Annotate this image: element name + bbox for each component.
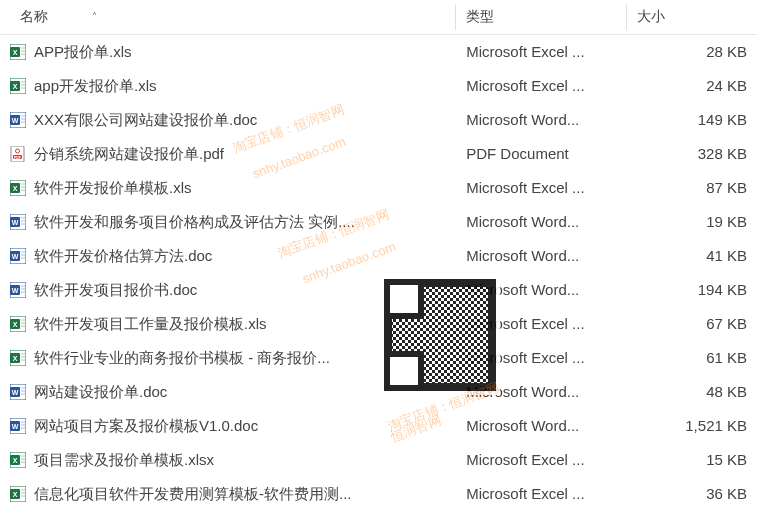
file-name-cell[interactable]: 网站建设报价单.doc xyxy=(0,375,456,409)
file-size-cell: 328 KB xyxy=(627,137,757,171)
file-type-cell: Microsoft Excel ... xyxy=(456,477,626,511)
column-header-name-label: 名称 xyxy=(20,8,48,24)
file-type-cell: Microsoft Excel ... xyxy=(456,443,626,477)
xls-file-icon xyxy=(10,350,26,366)
xls-file-icon xyxy=(10,78,26,94)
xlsx-file-icon xyxy=(10,452,26,468)
file-name-label: 软件开发和服务项目价格构成及评估方法 实例.... xyxy=(34,213,355,230)
file-row[interactable]: XXX有限公司网站建设报价单.docMicrosoft Word...149 K… xyxy=(0,103,757,137)
file-name-cell[interactable]: APP报价单.xls xyxy=(0,35,456,70)
file-name-label: 项目需求及报价单模板.xlsx xyxy=(34,451,214,468)
file-name-label: 分销系统网站建设报价单.pdf xyxy=(34,145,224,162)
file-size-cell: 24 KB xyxy=(627,69,757,103)
file-row[interactable]: 项目需求及报价单模板.xlsxMicrosoft Excel ...15 KB xyxy=(0,443,757,477)
file-size-cell: 36 KB xyxy=(627,477,757,511)
file-type-cell: Microsoft Excel ... xyxy=(456,307,626,341)
file-name-label: 网站项目方案及报价模板V1.0.doc xyxy=(34,417,258,434)
file-row[interactable]: 软件开发项目报价书.docMicrosoft Word...194 KB xyxy=(0,273,757,307)
file-size-cell: 41 KB xyxy=(627,239,757,273)
doc-file-icon xyxy=(10,418,26,434)
file-type-cell: Microsoft Word... xyxy=(456,273,626,307)
file-row[interactable]: 软件开发报价单模板.xlsMicrosoft Excel ...87 KB xyxy=(0,171,757,205)
file-row[interactable]: 信息化项目软件开发费用测算模板-软件费用测...Microsoft Excel … xyxy=(0,477,757,511)
file-row[interactable]: 软件行业专业的商务报价书模板 - 商务报价...Microsoft Excel … xyxy=(0,341,757,375)
file-size-cell: 67 KB xyxy=(627,307,757,341)
file-name-label: 软件行业专业的商务报价书模板 - 商务报价... xyxy=(34,349,330,366)
file-name-label: XXX有限公司网站建设报价单.doc xyxy=(34,111,257,128)
xls-file-icon xyxy=(10,486,26,502)
file-row[interactable]: APP报价单.xlsMicrosoft Excel ...28 KB xyxy=(0,35,757,70)
file-name-label: 软件开发价格估算方法.doc xyxy=(34,247,212,264)
file-name-cell[interactable]: 软件行业专业的商务报价书模板 - 商务报价... xyxy=(0,341,456,375)
file-name-label: 软件开发报价单模板.xls xyxy=(34,179,192,196)
file-name-cell[interactable]: 软件开发报价单模板.xls xyxy=(0,171,456,205)
file-name-cell[interactable]: 软件开发和服务项目价格构成及评估方法 实例.... xyxy=(0,205,456,239)
file-name-cell[interactable]: 软件开发项目报价书.doc xyxy=(0,273,456,307)
file-row[interactable]: 软件开发价格估算方法.docMicrosoft Word...41 KB xyxy=(0,239,757,273)
file-name-label: app开发报价单.xls xyxy=(34,77,157,94)
file-name-cell[interactable]: app开发报价单.xls xyxy=(0,69,456,103)
file-type-cell: Microsoft Word... xyxy=(456,205,626,239)
column-header-size-label: 大小 xyxy=(637,8,665,24)
xls-file-icon xyxy=(10,180,26,196)
file-row[interactable]: 软件开发项目工作量及报价模板.xlsMicrosoft Excel ...67 … xyxy=(0,307,757,341)
file-type-cell: Microsoft Word... xyxy=(456,409,626,443)
file-name-cell[interactable]: 网站项目方案及报价模板V1.0.doc xyxy=(0,409,456,443)
file-size-cell: 149 KB xyxy=(627,103,757,137)
file-row[interactable]: 分销系统网站建设报价单.pdfPDF Document328 KB xyxy=(0,137,757,171)
xls-file-icon xyxy=(10,44,26,60)
file-name-cell[interactable]: 分销系统网站建设报价单.pdf xyxy=(0,137,456,171)
column-header-name[interactable]: 名称 ˄ xyxy=(0,0,456,35)
file-type-cell: Microsoft Excel ... xyxy=(456,69,626,103)
sort-ascending-icon: ˄ xyxy=(92,11,97,22)
file-list-table: 名称 ˄ 类型 大小 APP报价单.xlsMicrosoft Excel ...… xyxy=(0,0,757,511)
file-row[interactable]: 软件开发和服务项目价格构成及评估方法 实例....Microsoft Word.… xyxy=(0,205,757,239)
file-type-cell: Microsoft Excel ... xyxy=(456,35,626,70)
file-name-label: 软件开发项目工作量及报价模板.xls xyxy=(34,315,267,332)
file-size-cell: 194 KB xyxy=(627,273,757,307)
file-type-cell: Microsoft Excel ... xyxy=(456,341,626,375)
file-name-cell[interactable]: 软件开发价格估算方法.doc xyxy=(0,239,456,273)
column-header-size[interactable]: 大小 xyxy=(627,0,757,35)
file-name-cell[interactable]: 项目需求及报价单模板.xlsx xyxy=(0,443,456,477)
file-row[interactable]: 网站建设报价单.docMicrosoft Word...48 KB xyxy=(0,375,757,409)
file-name-cell[interactable]: 软件开发项目工作量及报价模板.xls xyxy=(0,307,456,341)
file-type-cell: PDF Document xyxy=(456,137,626,171)
file-type-cell: Microsoft Excel ... xyxy=(456,171,626,205)
file-type-cell: Microsoft Word... xyxy=(456,375,626,409)
doc-file-icon xyxy=(10,112,26,128)
xls-file-icon xyxy=(10,316,26,332)
doc-file-icon xyxy=(10,248,26,264)
pdf-file-icon xyxy=(10,146,26,162)
column-header-type[interactable]: 类型 xyxy=(456,0,626,35)
file-name-label: 信息化项目软件开发费用测算模板-软件费用测... xyxy=(34,485,352,502)
file-size-cell: 48 KB xyxy=(627,375,757,409)
file-type-cell: Microsoft Word... xyxy=(456,239,626,273)
file-name-label: APP报价单.xls xyxy=(34,43,132,60)
file-row[interactable]: app开发报价单.xlsMicrosoft Excel ...24 KB xyxy=(0,69,757,103)
file-size-cell: 61 KB xyxy=(627,341,757,375)
file-name-cell[interactable]: XXX有限公司网站建设报价单.doc xyxy=(0,103,456,137)
column-header-row: 名称 ˄ 类型 大小 xyxy=(0,0,757,35)
file-name-label: 网站建设报价单.doc xyxy=(34,383,167,400)
doc-file-icon xyxy=(10,214,26,230)
file-size-cell: 15 KB xyxy=(627,443,757,477)
file-type-cell: Microsoft Word... xyxy=(456,103,626,137)
file-size-cell: 19 KB xyxy=(627,205,757,239)
file-size-cell: 1,521 KB xyxy=(627,409,757,443)
column-header-type-label: 类型 xyxy=(466,8,494,24)
file-row[interactable]: 网站项目方案及报价模板V1.0.docMicrosoft Word...1,52… xyxy=(0,409,757,443)
file-size-cell: 87 KB xyxy=(627,171,757,205)
file-name-cell[interactable]: 信息化项目软件开发费用测算模板-软件费用测... xyxy=(0,477,456,511)
file-name-label: 软件开发项目报价书.doc xyxy=(34,281,197,298)
doc-file-icon xyxy=(10,282,26,298)
doc-file-icon xyxy=(10,384,26,400)
file-size-cell: 28 KB xyxy=(627,35,757,70)
